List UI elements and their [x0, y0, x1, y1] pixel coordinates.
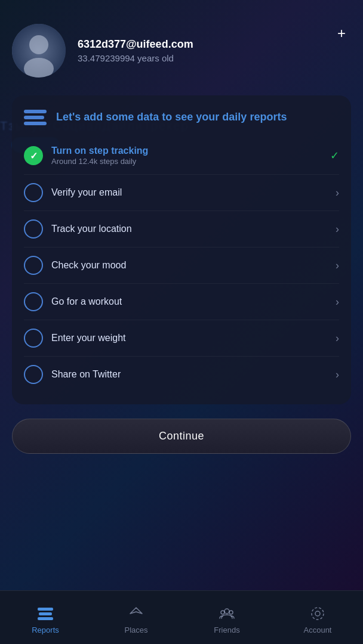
continue-button-wrapper: Continue	[12, 419, 351, 454]
reports-bar-1	[38, 608, 53, 611]
svg-point-7	[315, 611, 320, 616]
svg-point-6	[229, 611, 233, 614]
friends-nav-label: Friends	[214, 626, 239, 634]
add-icon: +	[337, 25, 346, 42]
item-label-share-twitter: Share on Twitter	[51, 369, 331, 380]
svg-point-4	[224, 609, 229, 614]
svg-point-5	[221, 611, 224, 614]
item-content-enter-weight: Enter your weight	[51, 333, 331, 343]
check-circle-track-location	[24, 219, 43, 239]
item-arrow-share-twitter: ›	[336, 369, 339, 381]
check-circle-check-mood	[24, 256, 43, 275]
main-card: Let's add some data to see your daily re…	[12, 95, 351, 404]
svg-point-1	[29, 35, 48, 54]
check-circle-verify-email	[24, 183, 43, 202]
item-content-share-twitter: Share on Twitter	[51, 369, 331, 380]
continue-button[interactable]: Continue	[12, 419, 351, 454]
check-circle-workout	[24, 292, 43, 311]
nav-item-reports[interactable]: Reports	[0, 591, 91, 644]
item-arrow-workout: ›	[336, 296, 339, 308]
item-arrow-verify-email: ›	[336, 187, 339, 199]
nav-item-places[interactable]: Places	[91, 591, 182, 644]
checklist-item-verify-email[interactable]: Verify your email ›	[24, 175, 339, 211]
svg-point-8	[312, 608, 324, 620]
reports-nav-icon	[37, 605, 54, 622]
check-circle-step-tracking	[24, 146, 43, 165]
item-arrow-enter-weight: ›	[336, 332, 339, 345]
checklist: Turn on step tracking Around 12.4k steps…	[24, 137, 339, 392]
checklist-item-workout[interactable]: Go for a workout ›	[24, 284, 339, 320]
checklist-item-check-mood[interactable]: Check your mood ›	[24, 247, 339, 284]
item-content-step-tracking: Turn on step tracking Around 12.4k steps…	[51, 145, 325, 166]
nav-item-account[interactable]: Account	[272, 591, 363, 644]
item-content-track-location: Track your location	[51, 224, 331, 234]
item-label-step-tracking: Turn on step tracking	[51, 145, 325, 156]
item-label-track-location: Track your location	[51, 224, 331, 234]
stack-icon	[24, 110, 47, 125]
user-email: 6312d377@uifeed.com	[78, 38, 351, 51]
user-info: 6312d377@uifeed.com 33.479239994 years o…	[78, 38, 351, 63]
item-content-workout: Go for a workout	[51, 296, 331, 307]
places-nav-icon	[128, 605, 144, 622]
stack-bar-1	[24, 110, 47, 113]
item-content-verify-email: Verify your email	[51, 187, 331, 198]
nav-item-friends[interactable]: Friends	[182, 591, 272, 644]
friends-nav-icon	[219, 605, 235, 622]
check-circle-enter-weight	[24, 329, 43, 348]
stack-bar-2	[24, 116, 44, 119]
item-arrow-check-mood: ›	[336, 259, 339, 272]
add-button[interactable]: +	[332, 24, 351, 43]
header: 6312d377@uifeed.com 33.479239994 years o…	[0, 0, 363, 89]
card-header: Let's add some data to see your daily re…	[24, 110, 339, 125]
reports-icon	[38, 608, 53, 620]
svg-marker-3	[130, 608, 142, 614]
checklist-item-track-location[interactable]: Track your location ›	[24, 211, 339, 247]
account-nav-icon	[309, 605, 326, 622]
card-title: Let's add some data to see your daily re…	[56, 110, 287, 124]
stack-bar-3	[24, 122, 47, 125]
item-arrow-step-tracking: ✓	[330, 149, 339, 162]
user-age: 33.479239994 years old	[78, 53, 351, 63]
item-label-verify-email: Verify your email	[51, 187, 331, 198]
item-content-check-mood: Check your mood	[51, 260, 331, 271]
reports-bar-2	[39, 612, 52, 615]
item-label-workout: Go for a workout	[51, 296, 331, 307]
bottom-nav: Reports Places Friends	[0, 590, 363, 644]
item-sublabel-step-tracking: Around 12.4k steps daily	[51, 157, 325, 166]
avatar	[12, 24, 66, 78]
checklist-item-share-twitter[interactable]: Share on Twitter ›	[24, 357, 339, 392]
item-label-enter-weight: Enter your weight	[51, 333, 331, 343]
checklist-item-step-tracking[interactable]: Turn on step tracking Around 12.4k steps…	[24, 137, 339, 175]
places-nav-label: Places	[124, 626, 147, 634]
account-nav-label: Account	[304, 626, 332, 634]
item-label-check-mood: Check your mood	[51, 260, 331, 271]
reports-bar-3	[38, 617, 53, 620]
check-circle-share-twitter	[24, 365, 43, 384]
item-arrow-track-location: ›	[336, 223, 339, 236]
reports-nav-label: Reports	[32, 626, 59, 634]
checklist-item-enter-weight[interactable]: Enter your weight ›	[24, 320, 339, 357]
